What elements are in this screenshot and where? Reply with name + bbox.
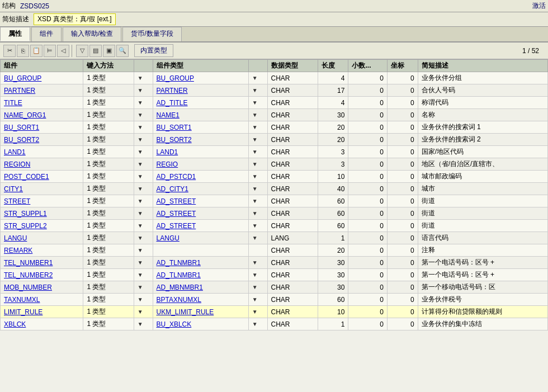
- cell-dropdown-arrow[interactable]: ▼: [134, 232, 153, 244]
- cell-dropdown-arrow2[interactable]: ▼: [248, 318, 267, 330]
- tab-currency[interactable]: 货币/数量字段: [122, 27, 181, 41]
- cell-dropdown-arrow2[interactable]: ▼: [248, 232, 267, 244]
- component-link[interactable]: TAXNUMXL: [4, 296, 40, 304]
- table-row[interactable]: TEL_NUMBER11 类型▼AD_TLNMBR1▼CHAR3000第一个电话…: [1, 257, 548, 269]
- table-row[interactable]: TAXNUMXL1 类型▼BPTAXNUMXL▼CHAR6000业务伙伴税号: [1, 294, 548, 306]
- cell-dropdown-arrow[interactable]: ▼: [134, 257, 153, 269]
- table-row[interactable]: STR_SUPPL21 类型▼AD_STREET▼CHAR6000街道: [1, 220, 548, 232]
- component-link[interactable]: LAND1: [4, 148, 26, 156]
- cell-dropdown-arrow[interactable]: ▼: [134, 121, 153, 134]
- comp-type-link[interactable]: AD_PSTCD1: [157, 173, 196, 181]
- cell-dropdown-arrow[interactable]: ▼: [134, 146, 153, 158]
- cell-dropdown-arrow2[interactable]: ▼: [248, 134, 267, 146]
- table-row[interactable]: TEL_NUMBER21 类型▼AD_TLNMBR1▼CHAR3000第一个电话…: [1, 269, 548, 281]
- comp-type-link[interactable]: LAND1: [157, 148, 178, 156]
- cell-dropdown-arrow[interactable]: ▼: [134, 195, 153, 207]
- table-row[interactable]: CITY11 类型▼AD_CITY1▼CHAR4000城市: [1, 183, 548, 195]
- table-row[interactable]: BU_GROUP1 类型▼BU_GROUP▼CHAR400业务伙伴分组: [1, 72, 548, 84]
- component-link[interactable]: XBLCK: [4, 320, 26, 328]
- btn4[interactable]: 🔍: [116, 45, 129, 57]
- component-link[interactable]: LANGU: [4, 234, 27, 242]
- comp-type-link[interactable]: BPTAXNUMXL: [157, 296, 201, 304]
- table-row[interactable]: TITLE1 类型▼AD_TITLE▼CHAR400称谓代码: [1, 97, 548, 109]
- table-row[interactable]: REMARK1 类型▼CHAR2000注释: [1, 244, 548, 257]
- cell-dropdown-arrow[interactable]: ▼: [134, 84, 153, 97]
- comp-type-link[interactable]: LANGU: [157, 234, 179, 242]
- comp-type-link[interactable]: AD_MBNMBR1: [157, 284, 203, 291]
- comp-type-link[interactable]: NAME1: [157, 111, 179, 119]
- cell-dropdown-arrow2[interactable]: ▼: [248, 97, 267, 109]
- comp-type-link[interactable]: BU_GROUP: [157, 74, 194, 82]
- cell-dropdown-arrow2[interactable]: ▼: [248, 158, 267, 171]
- cell-dropdown-arrow2[interactable]: ▼: [248, 146, 267, 158]
- btn2[interactable]: ▤: [89, 45, 102, 57]
- cell-dropdown-arrow2[interactable]: ▼: [248, 257, 267, 269]
- cell-dropdown-arrow[interactable]: ▼: [134, 281, 153, 294]
- comp-type-link[interactable]: AD_CITY1: [157, 185, 188, 193]
- cell-dropdown-arrow[interactable]: ▼: [134, 207, 153, 220]
- component-link[interactable]: CITY1: [4, 185, 23, 193]
- cell-dropdown-arrow[interactable]: ▼: [134, 244, 153, 257]
- table-row[interactable]: LIMIT_RULE1 类型▼UKM_LIMIT_RULE▼CHAR1000计算…: [1, 306, 548, 318]
- component-link[interactable]: STR_SUPPL1: [4, 210, 47, 218]
- tab-input-help[interactable]: 输入帮助/检查: [63, 27, 121, 41]
- cell-dropdown-arrow2[interactable]: ▼: [248, 294, 267, 306]
- comp-type-link[interactable]: AD_STREET: [157, 197, 196, 205]
- cell-dropdown-arrow[interactable]: ▼: [134, 220, 153, 232]
- comp-type-link[interactable]: AD_STREET: [157, 222, 196, 230]
- cell-dropdown-arrow[interactable]: ▼: [134, 306, 153, 318]
- table-row[interactable]: BU_SORT11 类型▼BU_SORT1▼CHAR2000业务伙伴的搜索词 1: [1, 121, 548, 134]
- component-link[interactable]: POST_CODE1: [4, 173, 49, 181]
- table-row[interactable]: LANGU1 类型▼LANGU▼LANG100语言代码: [1, 232, 548, 244]
- component-link[interactable]: TITLE: [4, 99, 22, 107]
- table-row[interactable]: STREET1 类型▼AD_STREET▼CHAR6000街道: [1, 195, 548, 207]
- cell-dropdown-arrow[interactable]: ▼: [134, 171, 153, 183]
- table-row[interactable]: NAME_ORG11 类型▼NAME1▼CHAR3000名称: [1, 109, 548, 121]
- component-link[interactable]: PARTNER: [4, 87, 35, 95]
- tab-components[interactable]: 组件: [31, 27, 62, 41]
- btn3[interactable]: ▣: [103, 45, 115, 57]
- table-row[interactable]: XBLCK1 类型▼BU_XBLCK▼CHAR100业务伙伴的集中冻结: [1, 318, 548, 330]
- table-row[interactable]: POST_CODE11 类型▼AD_PSTCD1▼CHAR1000城市邮政编码: [1, 171, 548, 183]
- component-link[interactable]: STR_SUPPL2: [4, 222, 47, 230]
- cell-dropdown-arrow2[interactable]: ▼: [248, 72, 267, 84]
- comp-type-link[interactable]: AD_TITLE: [157, 99, 188, 107]
- cell-dropdown-arrow2[interactable]: ▼: [248, 269, 267, 281]
- component-link[interactable]: REGION: [4, 160, 30, 168]
- component-link[interactable]: BU_SORT1: [4, 124, 39, 131]
- cell-dropdown-arrow2[interactable]: ▼: [248, 183, 267, 195]
- page-first-button[interactable]: ⊨: [44, 45, 56, 57]
- component-link[interactable]: LIMIT_RULE: [4, 308, 42, 316]
- table-row[interactable]: REGION1 类型▼REGIO▼CHAR300地区（省/自治区/直辖市、: [1, 158, 548, 171]
- component-link[interactable]: BU_SORT2: [4, 136, 39, 144]
- cell-dropdown-arrow2[interactable]: ▼: [248, 171, 267, 183]
- cell-dropdown-arrow[interactable]: ▼: [134, 72, 153, 84]
- cell-dropdown-arrow2[interactable]: [248, 244, 267, 257]
- comp-type-link[interactable]: PARTNER: [157, 87, 188, 95]
- paste-button[interactable]: 📋: [30, 45, 42, 57]
- cell-dropdown-arrow[interactable]: ▼: [134, 97, 153, 109]
- comp-type-link[interactable]: AD_TLNMBR1: [157, 271, 201, 279]
- cell-dropdown-arrow[interactable]: ▼: [134, 318, 153, 330]
- component-link[interactable]: TEL_NUMBER1: [4, 259, 53, 267]
- comp-type-link[interactable]: AD_STREET: [157, 210, 196, 218]
- cell-dropdown-arrow2[interactable]: ▼: [248, 220, 267, 232]
- cell-dropdown-arrow2[interactable]: ▼: [248, 195, 267, 207]
- comp-type-link[interactable]: BU_SORT1: [157, 124, 192, 131]
- table-row[interactable]: STR_SUPPL11 类型▼AD_STREET▼CHAR6000街道: [1, 207, 548, 220]
- cell-dropdown-arrow[interactable]: ▼: [134, 134, 153, 146]
- comp-type-link[interactable]: REGIO: [157, 160, 178, 168]
- tab-attributes[interactable]: 属性: [0, 27, 30, 41]
- table-row[interactable]: PARTNER1 类型▼PARTNER▼CHAR1700合伙人号码: [1, 84, 548, 97]
- cell-dropdown-arrow2[interactable]: ▼: [248, 84, 267, 97]
- table-row[interactable]: BU_SORT21 类型▼BU_SORT2▼CHAR2000业务伙伴的搜索词 2: [1, 134, 548, 146]
- builtin-type-label[interactable]: 内置类型: [134, 44, 173, 57]
- cell-dropdown-arrow[interactable]: ▼: [134, 294, 153, 306]
- table-container[interactable]: 组件 键入方法 组件类型 数据类型 长度 小数... 坐标 简短描述 BU_GR…: [0, 59, 548, 384]
- comp-type-link[interactable]: BU_SORT2: [157, 136, 192, 144]
- component-link[interactable]: NAME_ORG1: [4, 111, 46, 119]
- cell-dropdown-arrow2[interactable]: ▼: [248, 109, 267, 121]
- cell-dropdown-arrow2[interactable]: ▼: [248, 306, 267, 318]
- component-link[interactable]: STREET: [4, 197, 30, 205]
- component-link[interactable]: BU_GROUP: [4, 74, 41, 82]
